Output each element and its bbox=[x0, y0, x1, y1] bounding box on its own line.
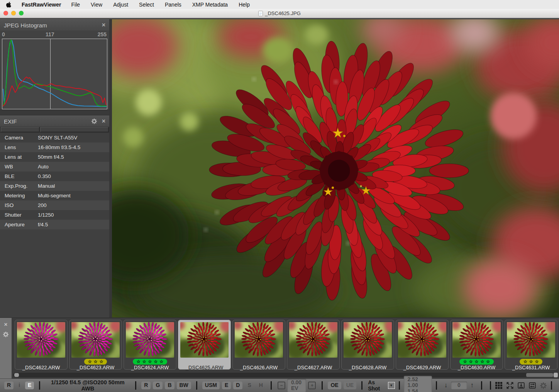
menu-item-adjust[interactable]: Adjust bbox=[113, 2, 128, 8]
raw-toggle-button[interactable]: R bbox=[4, 382, 14, 389]
exif-panel-header: EXIF × bbox=[0, 115, 109, 127]
scrollbar-right-segment[interactable] bbox=[526, 373, 553, 377]
scrollbar-thumb[interactable] bbox=[14, 373, 19, 377]
thumbnail-image[interactable] bbox=[17, 322, 65, 358]
filmstrip-card[interactable]: _DSC4627.ARW bbox=[287, 320, 340, 370]
settings-gear-icon[interactable] bbox=[540, 382, 547, 389]
scrollbar-right-grip[interactable] bbox=[554, 373, 558, 377]
title-bar[interactable]: _DSC4625.JPG bbox=[0, 9, 559, 18]
filmstrip-card[interactable]: ☆☆☆_DSC4623.ARW bbox=[69, 320, 122, 370]
menu-item-help[interactable]: Help bbox=[239, 2, 250, 8]
filmstrip-close-icon[interactable]: × bbox=[4, 321, 8, 327]
exif-toggle-button[interactable]: E bbox=[25, 382, 34, 389]
filmstrip-card[interactable]: _DSC4622.ARW bbox=[15, 320, 68, 370]
exif-value: 200 bbox=[38, 202, 109, 208]
green-channel-button[interactable]: G bbox=[153, 382, 163, 389]
rating-badge: ☆☆☆☆☆ bbox=[133, 359, 167, 365]
red-channel-button[interactable]: R bbox=[141, 382, 151, 389]
image-viewer[interactable] bbox=[112, 19, 559, 317]
ev-minus-button[interactable]: − bbox=[278, 382, 285, 389]
star-icon: ☆ bbox=[159, 360, 163, 364]
filmstrip-card[interactable]: _DSC4625.ARW bbox=[178, 320, 231, 370]
bw-channel-button[interactable]: BW bbox=[177, 382, 191, 389]
export-icon[interactable] bbox=[517, 382, 525, 389]
external-editor-icon[interactable] bbox=[529, 382, 536, 389]
filmstrip-card[interactable]: ☆☆☆☆☆_DSC4630.ARW bbox=[450, 320, 503, 370]
exif-row: WBAuto bbox=[0, 162, 109, 171]
rating-badge: ☆☆☆ bbox=[520, 359, 543, 365]
minimize-window-button[interactable] bbox=[11, 11, 16, 15]
thumbnail-image[interactable] bbox=[344, 322, 392, 358]
filmstrip-settings-gear-icon[interactable] bbox=[3, 331, 9, 338]
rating-down-arrow[interactable]: ↓ bbox=[444, 382, 448, 389]
white-balance-dropdown[interactable]: ▼ bbox=[388, 382, 395, 389]
sharpen-d-button[interactable]: D bbox=[233, 382, 242, 389]
menu-item-view[interactable]: View bbox=[91, 2, 102, 8]
thumbnail-filename: _DSC4622.ARW bbox=[22, 365, 60, 370]
exif-column-header-value[interactable] bbox=[40, 127, 108, 132]
exif-close-icon[interactable]: × bbox=[102, 118, 105, 124]
exif-settings-gear-icon[interactable] bbox=[91, 118, 97, 124]
filmstrip: × _DSC4622.ARW☆☆☆_DSC4623.ARW☆☆☆☆☆_DSC46… bbox=[0, 317, 559, 378]
histogram-panel-header: JPEG Histogram × bbox=[0, 19, 109, 31]
exif-row: Exp.Prog.Manual bbox=[0, 181, 109, 191]
star-icon: ☆ bbox=[99, 360, 103, 364]
window-title: _DSC4625.JPG bbox=[258, 10, 301, 16]
exif-value: Auto bbox=[38, 164, 109, 170]
fullscreen-icon[interactable] bbox=[506, 382, 514, 389]
thumbnail-image[interactable] bbox=[507, 322, 555, 358]
overexposure-toggle[interactable]: OE bbox=[328, 382, 341, 389]
filmstrip-card[interactable]: ☆☆☆_DSC4631.ARW bbox=[505, 320, 557, 370]
filmstrip-card[interactable]: _DSC4628.ARW bbox=[341, 320, 394, 370]
exif-column-header-label[interactable] bbox=[1, 127, 39, 132]
apple-menu[interactable] bbox=[6, 2, 12, 8]
exif-value: 16-80mm f/3.5-4.5 bbox=[38, 144, 109, 150]
thumbnail-image[interactable] bbox=[235, 322, 283, 358]
thumbnail-image[interactable] bbox=[71, 322, 120, 358]
star-icon: ☆ bbox=[523, 360, 527, 364]
menu-item-xmp-metadata[interactable]: XMP Metadata bbox=[192, 2, 228, 8]
thumbnail-image[interactable] bbox=[180, 322, 229, 358]
star-icon: ☆ bbox=[480, 360, 484, 364]
grid-view-icon[interactable] bbox=[495, 382, 503, 389]
rating-up-arrow[interactable]: ↑ bbox=[471, 382, 474, 389]
thumbnail-image[interactable] bbox=[452, 322, 501, 358]
ev-plus-button[interactable]: + bbox=[308, 382, 316, 389]
white-balance-value: As Shot bbox=[368, 379, 380, 392]
underexposure-toggle[interactable]: UE bbox=[344, 382, 356, 389]
exif-value: 1/1250 bbox=[38, 212, 109, 218]
thumbnail-image[interactable] bbox=[398, 322, 446, 358]
thumbnail-filename: _DSC4624.ARW bbox=[131, 365, 169, 370]
sharpen-e-button[interactable]: E bbox=[222, 382, 231, 389]
exif-row: Lens16-80mm f/3.5-4.5 bbox=[0, 143, 109, 152]
menu-item-file[interactable]: File bbox=[71, 2, 80, 8]
filmstrip-card[interactable]: ☆☆☆☆☆_DSC4624.ARW bbox=[124, 320, 176, 370]
filmstrip-card[interactable]: _DSC4626.ARW bbox=[232, 320, 285, 370]
exif-value: 50mm f/4.5 bbox=[38, 154, 109, 160]
thumbnail-image[interactable] bbox=[126, 322, 174, 358]
usm-button[interactable]: USM bbox=[202, 382, 220, 389]
menu-item-panels[interactable]: Panels bbox=[165, 2, 181, 8]
exif-row: Lens at50mm f/4.5 bbox=[0, 152, 109, 162]
exposure-summary: 1/1250 f/4.5 @ISO200 50mm AWB bbox=[44, 379, 131, 392]
thumbnail-image[interactable] bbox=[289, 322, 337, 358]
rating-badge: ☆☆☆☆☆ bbox=[459, 359, 494, 365]
histogram-axis-labels: 0 117 255 bbox=[0, 31, 109, 39]
app-name[interactable]: FastRawViewer bbox=[22, 2, 61, 8]
thumbnail-filename: _DSC4627.ARW bbox=[295, 365, 332, 370]
zoom-window-button[interactable] bbox=[19, 11, 24, 15]
filmstrip-card[interactable]: _DSC4629.ARW bbox=[396, 320, 449, 370]
exif-row: MeteringMulti-segment bbox=[0, 191, 109, 200]
close-window-button[interactable] bbox=[3, 11, 8, 15]
axis-label-255: 255 bbox=[98, 31, 107, 37]
highlight-boost-button[interactable]: H bbox=[256, 382, 266, 389]
info-toggle-button[interactable]: i bbox=[16, 382, 23, 389]
blue-channel-button[interactable]: B bbox=[165, 382, 174, 389]
panel-splitter[interactable] bbox=[0, 110, 109, 115]
menu-item-select[interactable]: Select bbox=[139, 2, 154, 8]
histogram-close-icon[interactable]: × bbox=[102, 22, 105, 28]
shadow-boost-button[interactable]: S bbox=[245, 382, 254, 389]
apple-icon bbox=[6, 2, 12, 8]
scrollbar-track[interactable] bbox=[13, 373, 558, 377]
fastrawviewer-window: FastRawViewer FileViewAdjustSelectPanels… bbox=[0, 0, 559, 392]
